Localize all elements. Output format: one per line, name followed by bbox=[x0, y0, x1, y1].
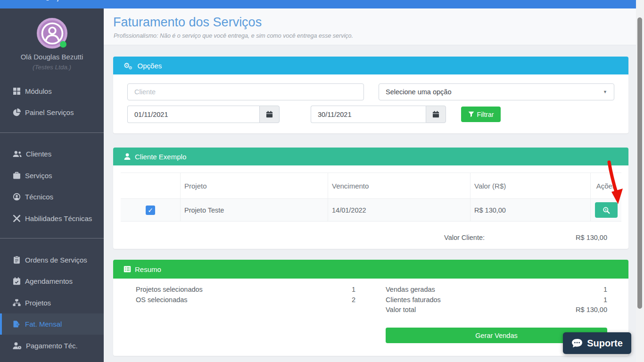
client-search-input[interactable] bbox=[127, 83, 364, 100]
main-content: Faturamento dos Serviços Profissionalism… bbox=[104, 8, 636, 362]
filter-button[interactable]: Filtrar bbox=[461, 107, 501, 122]
sidebar-item-painel-servicos[interactable]: Painel Serviços bbox=[0, 102, 104, 123]
sidebar-item-ordens-de-servicos[interactable]: Ordens de Serviços bbox=[0, 249, 104, 270]
user-clock-icon bbox=[13, 342, 22, 350]
sidebar-item-projetos[interactable]: Projetos bbox=[0, 292, 104, 313]
top-bar: Ajuda bbox=[0, 0, 636, 8]
sidebar-item-clientes[interactable]: Clientes bbox=[0, 143, 104, 164]
user-circle-icon bbox=[13, 193, 21, 201]
support-label: Suporte bbox=[587, 338, 623, 349]
sidebar-item-label: Clientes bbox=[26, 150, 51, 158]
page-subtitle: Profissionalismo: Não é o serviço que vo… bbox=[114, 33, 353, 39]
options-panel-header: ⚙⚙ Opções bbox=[113, 57, 628, 74]
date-to-group bbox=[311, 106, 446, 123]
scrollbar-thumb[interactable] bbox=[637, 17, 642, 309]
column-header-vencimento: Vencimento bbox=[328, 173, 471, 198]
column-header-projeto: Projeto bbox=[181, 173, 328, 198]
client-total-label: Valor Cliente: bbox=[444, 234, 485, 241]
options-panel: ⚙⚙ Opções Selecione uma opção ▼ Filtrar bbox=[113, 57, 628, 133]
view-details-button[interactable]: $ bbox=[595, 202, 618, 218]
summary-item: OS selecionadas 2 bbox=[136, 295, 355, 305]
summary-item: Clientes faturados 1 bbox=[386, 295, 607, 305]
user-company: (Testes Ltda.) bbox=[0, 64, 104, 71]
sidebar-item-servicos[interactable]: Serviços bbox=[0, 165, 104, 186]
sidebar-item-label: Pagamento Téc. bbox=[26, 342, 78, 350]
summary-value: 1 bbox=[603, 285, 607, 295]
avatar bbox=[37, 18, 67, 49]
summary-label: Vendas geradas bbox=[386, 285, 435, 295]
sidebar: Olá Douglas Bezutti (Testes Ltda.) Módul… bbox=[0, 8, 104, 362]
user-icon bbox=[124, 153, 131, 160]
filter-icon bbox=[468, 111, 474, 117]
cogs-icon: ⚙⚙ bbox=[124, 62, 134, 69]
page-title: Faturamento dos Serviços bbox=[113, 15, 262, 30]
sidebar-item-label: Agendamentos bbox=[25, 277, 73, 285]
generate-sales-label: Gerar Vendas bbox=[475, 332, 517, 339]
summary-panel-title: Resumo bbox=[135, 265, 161, 273]
table-header-row: Projeto Vencimento Valor (R$) Ações bbox=[121, 173, 621, 199]
search-dollar-icon: $ bbox=[603, 206, 610, 214]
option-select[interactable]: Selecione uma opção ▼ bbox=[379, 83, 614, 100]
client-total-value: R$ 130,00 bbox=[576, 234, 607, 241]
summary-item: Valor total R$ 130,00 bbox=[386, 305, 607, 315]
options-panel-title: Opções bbox=[138, 62, 162, 70]
briefcase-icon bbox=[13, 172, 21, 180]
sidebar-divider bbox=[0, 132, 104, 133]
sidebar-item-tecnicos[interactable]: Técnicos bbox=[0, 186, 104, 207]
page-scrollbar[interactable] bbox=[636, 0, 644, 362]
grid-icon bbox=[13, 87, 21, 95]
calendar-icon bbox=[266, 111, 273, 118]
column-header-select bbox=[121, 173, 181, 198]
summary-panel: Resumo Projetos selecionados 1 OS seleci… bbox=[113, 260, 628, 356]
summary-value: 2 bbox=[352, 295, 355, 305]
date-to-input[interactable] bbox=[311, 106, 426, 123]
svg-text:$: $ bbox=[604, 208, 606, 212]
summary-item: Projetos selecionados 1 bbox=[136, 285, 355, 295]
date-from-input[interactable] bbox=[127, 106, 259, 123]
sidebar-item-label: Painel Serviços bbox=[25, 108, 74, 116]
clipboard-icon bbox=[13, 256, 21, 264]
summary-label: Valor total bbox=[386, 305, 416, 315]
summary-label: OS selecionadas bbox=[136, 295, 188, 305]
sidebar-item-agendamentos[interactable]: Agendamentos bbox=[0, 271, 104, 291]
sidebar-item-label: Módulos bbox=[25, 87, 52, 95]
table-row: Projeto Teste 14/01/2022 R$ 130,00 $ bbox=[121, 199, 621, 222]
sidebar-divider bbox=[0, 238, 104, 239]
sitemap-icon bbox=[13, 299, 21, 307]
sidebar-item-label: Serviços bbox=[25, 172, 52, 180]
summary-value: 1 bbox=[603, 295, 607, 305]
column-header-acoes: Ações bbox=[591, 173, 621, 198]
comment-dots-icon bbox=[571, 338, 583, 348]
sidebar-item-label: Fat. Mensal bbox=[25, 320, 62, 328]
cell-vencimento: 14/01/2022 bbox=[328, 199, 471, 221]
help-icon bbox=[45, 0, 50, 0]
cell-valor: R$ 130,00 bbox=[471, 199, 591, 221]
option-select-value: Selecione uma opção bbox=[386, 88, 451, 96]
projects-table: Projeto Vencimento Valor (R$) Ações Proj… bbox=[121, 173, 621, 222]
row-checkbox[interactable] bbox=[146, 206, 155, 215]
client-panel-header: Cliente Exemplo bbox=[113, 148, 628, 165]
list-icon bbox=[124, 265, 131, 273]
user-name: Olá Douglas Bezutti bbox=[0, 53, 104, 61]
sidebar-item-pagamento-tec[interactable]: Pagamento Téc. bbox=[0, 335, 104, 356]
summary-value: 1 bbox=[352, 285, 355, 295]
summary-label: Projetos selecionados bbox=[136, 285, 203, 295]
help-link[interactable]: Ajuda bbox=[45, 0, 70, 1]
summary-right-column: Vendas geradas 1 Clientes faturados 1 Va… bbox=[386, 285, 607, 315]
online-status-dot bbox=[60, 41, 66, 48]
client-panel-title: Cliente Exemplo bbox=[135, 153, 186, 161]
tools-icon bbox=[13, 214, 21, 222]
cell-projeto: Projeto Teste bbox=[181, 199, 328, 221]
caret-down-icon: ▼ bbox=[603, 90, 607, 94]
date-to-calendar-button[interactable] bbox=[426, 106, 446, 123]
sidebar-item-label: Habilidades Técnicas bbox=[25, 214, 92, 222]
calendar-check-icon bbox=[13, 277, 21, 285]
help-label: Ajuda bbox=[53, 0, 70, 1]
filter-button-label: Filtrar bbox=[477, 111, 494, 118]
calendar-icon bbox=[432, 111, 439, 118]
support-button[interactable]: Suporte bbox=[563, 332, 631, 354]
sidebar-item-fat-mensal[interactable]: Fat. Mensal bbox=[0, 313, 104, 335]
date-from-calendar-button[interactable] bbox=[259, 106, 280, 123]
sidebar-item-habilidades-tecnicas[interactable]: Habilidades Técnicas bbox=[0, 208, 104, 229]
sidebar-item-modulos[interactable]: Módulos bbox=[0, 81, 104, 101]
